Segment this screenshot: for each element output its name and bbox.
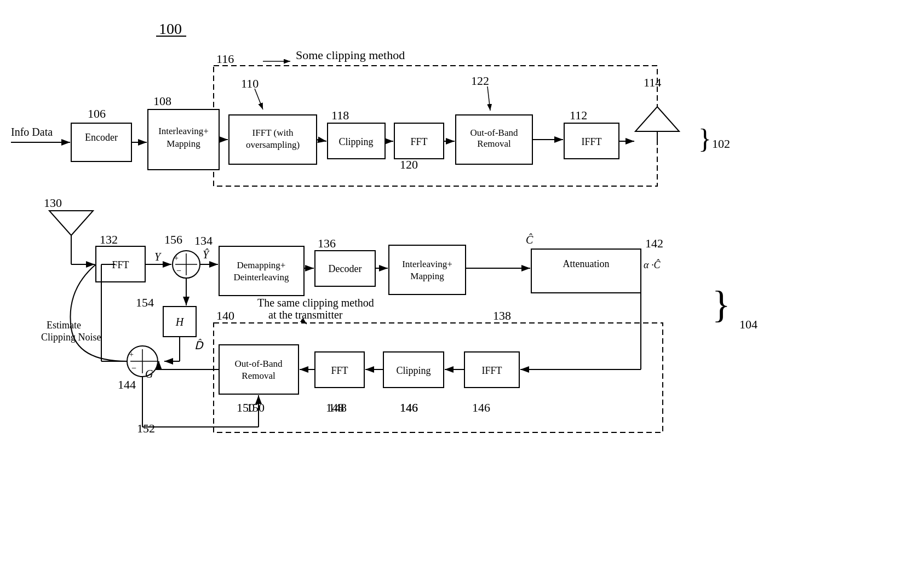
svg-text:IFFT (with: IFFT (with — [252, 128, 294, 138]
svg-text:Encoder: Encoder — [85, 132, 118, 143]
svg-text:Out-of-Band: Out-of-Band — [470, 128, 518, 138]
svg-text:Deinterleaving: Deinterleaving — [233, 272, 289, 282]
svg-text:146: 146 — [472, 401, 490, 414]
svg-text:Clipping Noise: Clipping Noise — [41, 332, 101, 343]
svg-text:H: H — [175, 316, 185, 328]
svg-text:108: 108 — [153, 94, 171, 108]
svg-text:+: + — [174, 254, 179, 262]
svg-text:106: 106 — [88, 107, 106, 120]
svg-text:116: 116 — [216, 52, 234, 66]
svg-text:oversampling): oversampling) — [246, 140, 300, 150]
diagram: 100 116 Some clipping method Encoder 106… — [0, 0, 924, 572]
svg-text:}: } — [712, 284, 731, 326]
svg-text:−: − — [176, 266, 181, 275]
svg-rect-66 — [219, 246, 304, 296]
svg-text:Interleaving+: Interleaving+ — [402, 259, 452, 269]
ref-100: 100 — [159, 20, 182, 37]
svg-text:146: 146 — [400, 401, 418, 414]
svg-text:102: 102 — [712, 137, 730, 151]
svg-text:138: 138 — [493, 309, 511, 322]
svg-text:Y: Y — [154, 251, 162, 263]
svg-text:154: 154 — [136, 296, 154, 309]
svg-text:152: 152 — [137, 421, 155, 435]
svg-text:122: 122 — [471, 74, 489, 88]
svg-text:Ŷ: Ŷ — [203, 249, 210, 261]
svg-text:at the transmitter: at the transmitter — [268, 309, 343, 321]
svg-text:FFT: FFT — [410, 136, 427, 147]
svg-rect-98 — [219, 345, 299, 394]
svg-text:110: 110 — [241, 77, 259, 90]
svg-text:G: G — [145, 368, 153, 380]
svg-text:Info Data: Info Data — [11, 126, 53, 138]
svg-text:Removal: Removal — [242, 371, 276, 381]
svg-text:IFFT: IFFT — [481, 365, 502, 376]
svg-text:148: 148 — [329, 401, 347, 414]
svg-text:114: 114 — [644, 76, 661, 89]
svg-text:Removal: Removal — [477, 138, 511, 149]
svg-text:+: + — [129, 350, 134, 359]
svg-text:Ĉ: Ĉ — [526, 233, 533, 246]
svg-text:IFFT: IFFT — [581, 136, 601, 147]
svg-text:Out-of-Band: Out-of-Band — [235, 359, 283, 369]
svg-text:Some clipping method: Some clipping method — [296, 48, 405, 62]
svg-text:Mapping: Mapping — [167, 138, 200, 149]
svg-text:120: 120 — [400, 158, 418, 171]
svg-text:140: 140 — [216, 309, 234, 322]
svg-text:Estimate: Estimate — [47, 320, 81, 331]
svg-text:Interleaving+: Interleaving+ — [158, 126, 209, 136]
svg-text:Clipping: Clipping — [396, 365, 431, 376]
svg-text:−: − — [131, 363, 136, 373]
svg-text:134: 134 — [194, 234, 213, 247]
svg-text:132: 132 — [100, 233, 118, 246]
svg-text:Demapping+: Demapping+ — [237, 260, 286, 270]
svg-text:130: 130 — [44, 196, 62, 210]
svg-rect-74 — [389, 245, 466, 294]
svg-text:FFT: FFT — [331, 365, 348, 376]
svg-text:The same clipping method: The same clipping method — [257, 297, 374, 309]
svg-text:142: 142 — [645, 236, 663, 250]
svg-text:136: 136 — [318, 236, 336, 250]
svg-text:α ·Ĉ: α ·Ĉ — [644, 259, 661, 270]
svg-text:156: 156 — [164, 233, 182, 246]
svg-text:104: 104 — [739, 317, 757, 331]
svg-text:150: 150 — [246, 401, 265, 414]
svg-text:}: } — [698, 123, 711, 154]
svg-text:Clipping: Clipping — [338, 136, 373, 147]
svg-text:Mapping: Mapping — [410, 271, 444, 281]
svg-text:Decoder: Decoder — [329, 263, 362, 274]
svg-text:112: 112 — [570, 108, 587, 122]
svg-text:D̂: D̂ — [194, 339, 204, 351]
svg-text:Attenuation: Attenuation — [563, 258, 610, 269]
svg-text:118: 118 — [331, 108, 349, 122]
svg-rect-79 — [531, 249, 641, 293]
svg-text:144: 144 — [118, 378, 136, 391]
